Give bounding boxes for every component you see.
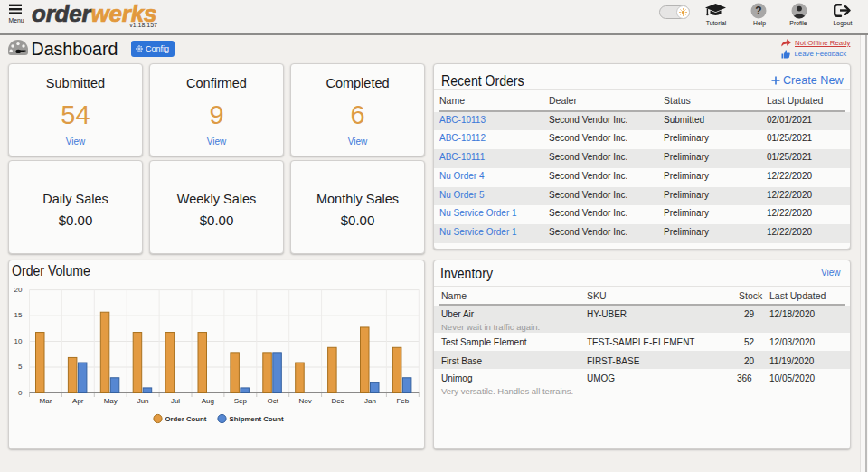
svg-text:Sep: Sep: [234, 397, 248, 405]
svg-text:10: 10: [14, 337, 23, 345]
svg-text:Oct: Oct: [267, 397, 278, 405]
svg-text:5: 5: [18, 363, 23, 371]
svg-text:Shipment Count: Shipment Count: [230, 415, 285, 423]
svg-text:20: 20: [14, 286, 23, 294]
svg-text:Jun: Jun: [137, 397, 149, 405]
svg-text:Jan: Jan: [364, 397, 376, 405]
svg-text:Aug: Aug: [202, 397, 214, 405]
svg-text:0: 0: [18, 389, 23, 397]
svg-text:May: May: [104, 397, 118, 405]
svg-text:15: 15: [14, 311, 23, 319]
svg-text:Apr: Apr: [72, 397, 84, 405]
svg-text:Mar: Mar: [40, 397, 52, 405]
svg-text:Jul: Jul: [171, 397, 180, 405]
svg-text:?: ?: [755, 5, 761, 17]
svg-text:Order Count: Order Count: [165, 415, 207, 423]
svg-text:Dec: Dec: [331, 397, 344, 405]
svg-text:Feb: Feb: [396, 397, 409, 405]
svg-text:Nov: Nov: [298, 397, 311, 405]
